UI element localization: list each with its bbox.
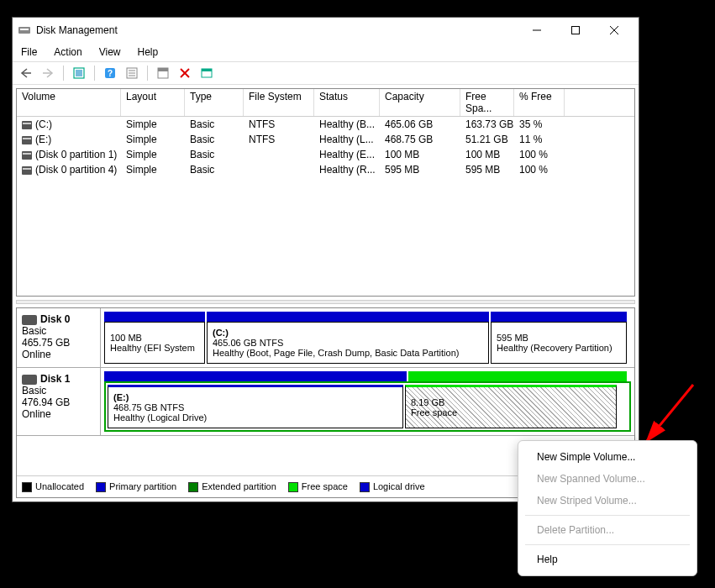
delete-button[interactable]	[176, 65, 193, 81]
app-icon	[18, 24, 31, 37]
toolbar-separator	[147, 66, 148, 81]
minimize-button[interactable]	[518, 18, 556, 43]
disk-info-1[interactable]: Disk 1 Basic 476.94 GB Online	[17, 368, 101, 435]
hdd-icon	[22, 375, 37, 385]
col-layout[interactable]: Layout	[121, 89, 185, 116]
svg-rect-9	[76, 70, 82, 76]
table-row[interactable]: (E:)SimpleBasicNTFSHealthy (L...468.75 G…	[17, 132, 634, 147]
menu-bar: File Action View Help	[13, 43, 639, 62]
menu-separator	[525, 515, 690, 516]
legend-free: Free space	[288, 481, 348, 492]
svg-line-22	[647, 385, 693, 441]
svg-rect-1	[20, 29, 29, 30]
free-space[interactable]: 8.19 GB Free space	[405, 385, 617, 428]
disk-name: Disk 0	[40, 313, 70, 325]
refresh-button[interactable]	[71, 65, 87, 81]
window-title: Disk Management	[36, 24, 518, 36]
menu-action[interactable]: Action	[50, 45, 85, 60]
menu-delete-partition: Delete Partition...	[518, 519, 697, 541]
disk-type: Basic	[22, 325, 95, 337]
help-icon[interactable]: ?	[102, 65, 118, 81]
partition-header	[491, 312, 627, 322]
hdd-icon	[22, 315, 37, 325]
forward-button[interactable]	[39, 65, 56, 81]
toolbar-separator	[63, 66, 64, 81]
context-menu: New Simple Volume... New Spanned Volume.…	[518, 440, 697, 576]
legend-primary: Primary partition	[96, 481, 176, 492]
titlebar[interactable]: Disk Management	[13, 18, 639, 43]
disk-info-0[interactable]: Disk 0 Basic 465.75 GB Online	[17, 308, 101, 367]
volume-list-header[interactable]: Volume Layout Type File System Status Ca…	[17, 89, 634, 117]
partition-header	[104, 312, 205, 322]
disk-size: 465.75 GB	[22, 337, 95, 349]
svg-rect-17	[158, 68, 168, 71]
col-type[interactable]: Type	[185, 89, 244, 116]
partition-c[interactable]: (C:) 465.06 GB NTFS Healthy (Boot, Page …	[207, 322, 489, 364]
disk-name: Disk 1	[40, 373, 70, 385]
extended-partition: (E:) 468.75 GB NTFS Healthy (Logical Dri…	[104, 381, 631, 432]
svg-rect-21	[202, 69, 212, 71]
menu-new-spanned-volume: New Spanned Volume...	[518, 468, 697, 490]
svg-text:?: ?	[108, 69, 113, 78]
menu-new-simple-volume[interactable]: New Simple Volume...	[518, 446, 697, 468]
disk-partitions-1: (E:) 468.75 GB NTFS Healthy (Logical Dri…	[101, 368, 634, 435]
table-row[interactable]: (Disk 0 partition 1)SimpleBasicHealthy (…	[17, 147, 634, 162]
menu-view[interactable]: View	[96, 45, 124, 60]
menu-file[interactable]: File	[18, 45, 40, 60]
volume-list[interactable]: Volume Layout Type File System Status Ca…	[16, 88, 635, 297]
disk-status: Online	[22, 349, 95, 360]
close-button[interactable]	[595, 18, 634, 43]
col-status[interactable]: Status	[314, 89, 380, 116]
partition-header	[207, 312, 489, 322]
col-free[interactable]: Free Spa...	[460, 89, 514, 116]
disk-partitions-0: 100 MB Healthy (EFI System (C:) 465.06 G…	[101, 308, 634, 367]
splitter[interactable]	[16, 300, 635, 304]
col-volume[interactable]: Volume	[17, 89, 121, 116]
disk-management-window: Disk Management File Action View Help ? …	[12, 17, 639, 502]
partition-header-free	[408, 371, 627, 381]
settings-button[interactable]	[155, 65, 171, 81]
partition-header	[104, 371, 407, 381]
toolbar: ?	[13, 62, 639, 85]
disk-size: 476.94 GB	[22, 396, 95, 408]
menu-help[interactable]: Help	[518, 549, 697, 570]
legend-logical: Logical drive	[360, 481, 425, 492]
table-row[interactable]: (Disk 0 partition 4)SimpleBasicHealthy (…	[17, 162, 634, 177]
disk-row-1: Disk 1 Basic 476.94 GB Online (E:)	[17, 368, 634, 436]
content-area: Volume Layout Type File System Status Ca…	[13, 85, 639, 501]
table-row[interactable]: (C:)SimpleBasicNTFSHealthy (B...465.06 G…	[17, 117, 634, 132]
disk-status: Online	[22, 408, 95, 420]
col-capacity[interactable]: Capacity	[380, 89, 460, 116]
back-button[interactable]	[18, 65, 34, 81]
legend-extended: Extended partition	[188, 481, 276, 492]
disk-type: Basic	[22, 385, 95, 396]
svg-rect-3	[572, 27, 580, 34]
partition-recovery[interactable]: 595 MB Healthy (Recovery Partition)	[491, 322, 627, 364]
view-options-button[interactable]	[198, 65, 215, 81]
menu-new-striped-volume: New Striped Volume...	[518, 490, 697, 512]
maximize-button[interactable]	[556, 18, 595, 43]
disk-row-0: Disk 0 Basic 465.75 GB Online 100 MB	[17, 308, 634, 368]
toolbar-separator	[94, 66, 95, 81]
col-pctfree[interactable]: % Free	[514, 89, 565, 116]
properties-button[interactable]	[124, 65, 140, 81]
partition-e[interactable]: (E:) 468.75 GB NTFS Healthy (Logical Dri…	[108, 385, 403, 428]
legend-unallocated: Unallocated	[22, 481, 84, 492]
partition-efi[interactable]: 100 MB Healthy (EFI System	[104, 322, 205, 364]
menu-separator	[525, 544, 690, 545]
menu-help[interactable]: Help	[134, 45, 162, 60]
col-filesystem[interactable]: File System	[244, 89, 314, 116]
volume-rows: (C:)SimpleBasicNTFSHealthy (B...465.06 G…	[17, 117, 634, 177]
